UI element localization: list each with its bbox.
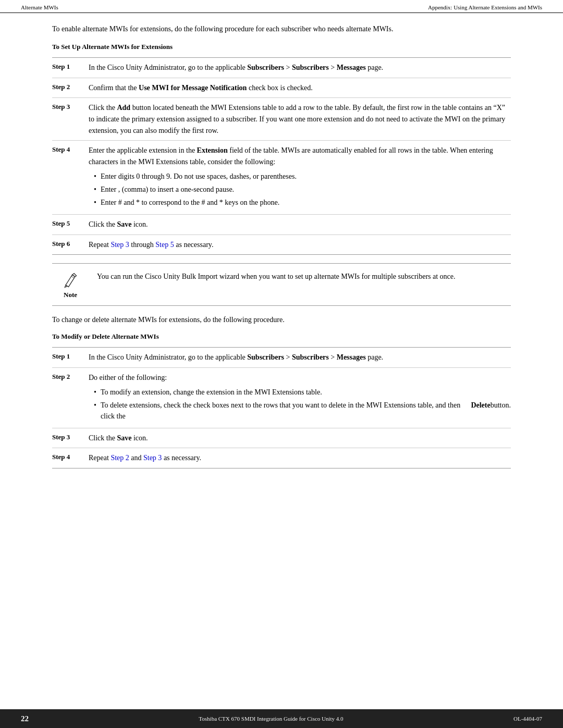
note-box: Note You can run the Cisco Unity Bulk Im… (52, 263, 511, 306)
step-label: Step 1 (52, 352, 89, 363)
header-left: Alternate MWIs (21, 4, 58, 10)
header-right: Appendix: Using Alternate Extensions and… (428, 4, 542, 10)
note-label: Note (64, 291, 77, 299)
table-row: Step 1 In the Cisco Unity Administrator,… (52, 348, 511, 368)
bullet-list: To modify an extension, change the exten… (94, 387, 511, 422)
note-icon-area: Note (52, 270, 89, 299)
step-content: In the Cisco Unity Administrator, go to … (89, 62, 511, 73)
step-label: Step 1 (52, 62, 89, 73)
page-header: Alternate MWIs Appendix: Using Alternate… (0, 0, 563, 13)
step-content: Do either of the following: To modify an… (89, 372, 511, 424)
step3-link[interactable]: Step 3 (111, 241, 129, 249)
page-footer: 22 Toshiba CTX 670 SMDI Integration Guid… (0, 709, 563, 728)
footer-page-number: 22 (21, 714, 29, 723)
section1-steps: Step 1 In the Cisco Unity Administrator,… (52, 57, 511, 255)
table-row: Step 4 Repeat Step 2 and Step 3 as neces… (52, 448, 511, 468)
pencil-icon (62, 272, 79, 289)
step-label: Step 3 (52, 102, 89, 136)
step2-link[interactable]: Step 2 (111, 454, 129, 462)
section2-heading: To Modify or Delete Alternate MWIs (52, 332, 511, 341)
table-row: Step 1 In the Cisco Unity Administrator,… (52, 58, 511, 78)
step-label: Step 2 (52, 82, 89, 94)
svg-line-0 (71, 276, 74, 278)
step-content: Click the Save icon. (89, 219, 511, 230)
table-row: Step 3 Click the Save icon. (52, 428, 511, 449)
table-row: Step 4 Enter the applicable extension in… (52, 141, 511, 214)
step-label: Step 6 (52, 239, 89, 251)
step3-link[interactable]: Step 3 (143, 454, 162, 462)
section2-steps: Step 1 In the Cisco Unity Administrator,… (52, 347, 511, 468)
list-item: Enter digits 0 through 9. Do not use spa… (94, 171, 511, 182)
table-row: Step 5 Click the Save icon. (52, 215, 511, 235)
table-row: Step 3 Click the Add button located bene… (52, 98, 511, 141)
intro-paragraph: To enable alternate MWIs for extensions,… (52, 23, 511, 34)
footer-doc-title: Toshiba CTX 670 SMDI Integration Guide f… (199, 715, 343, 722)
step-content: Enter the applicable extension in the Ex… (89, 145, 511, 209)
step-content: Repeat Step 2 and Step 3 as necessary. (89, 452, 511, 464)
table-row: Step 2 Do either of the following: To mo… (52, 368, 511, 428)
step-content: Click the Add button located beneath the… (89, 102, 511, 136)
bullet-list: Enter digits 0 through 9. Do not use spa… (94, 171, 511, 208)
list-item: Enter , (comma) to insert a one-second p… (94, 184, 511, 195)
section2-intro: To change or delete alternate MWIs for e… (52, 314, 511, 325)
table-row: Step 6 Repeat Step 3 through Step 5 as n… (52, 235, 511, 255)
list-item: Enter # and * to correspond to the # and… (94, 197, 511, 208)
list-item: To delete extensions, check the check bo… (94, 400, 511, 422)
main-content: To enable alternate MWIs for extensions,… (0, 13, 563, 498)
footer-doc-number: OL-4404-07 (513, 715, 542, 722)
step-label: Step 4 (52, 452, 89, 464)
step-label: Step 5 (52, 219, 89, 230)
note-content: You can run the Cisco Unity Bulk Import … (97, 270, 511, 282)
step-content: Repeat Step 3 through Step 5 as necessar… (89, 239, 511, 251)
step-content: In the Cisco Unity Administrator, go to … (89, 352, 511, 363)
step-content: Click the Save icon. (89, 433, 511, 444)
table-row: Step 2 Confirm that the Use MWI for Mess… (52, 78, 511, 98)
step-label: Step 2 (52, 372, 89, 424)
list-item: To modify an extension, change the exten… (94, 387, 511, 398)
step-label: Step 4 (52, 145, 89, 209)
step5-link[interactable]: Step 5 (155, 241, 174, 249)
step-label: Step 3 (52, 433, 89, 444)
section1-heading: To Set Up Alternate MWIs for Extensions (52, 43, 511, 51)
step-content: Confirm that the Use MWI for Message Not… (89, 82, 511, 94)
